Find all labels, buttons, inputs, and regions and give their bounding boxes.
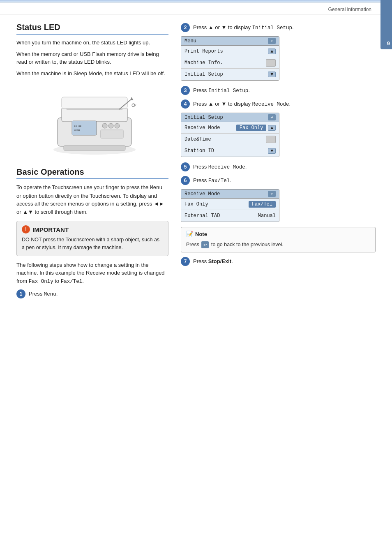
- lcd-receive-mode: Receive Mode ↩ Fax Only Fax/Tel External…: [181, 189, 279, 222]
- step-2-code: Initial Setup: [252, 25, 293, 31]
- lcd-label-machine-info: Machine Info.: [184, 60, 223, 66]
- step-6-code: Fax/Tel: [208, 178, 230, 184]
- important-label: IMPORTANT: [32, 226, 69, 233]
- lcd-btn-blank-2: [266, 136, 276, 143]
- svg-rect-4: [62, 97, 127, 109]
- step-7-number: 7: [184, 259, 187, 264]
- lcd-receive-mode-header: Receive Mode ↩: [181, 190, 279, 199]
- page-header: General information: [0, 2, 392, 14]
- svg-text:⟳: ⟳: [131, 102, 136, 109]
- step-2-text: Press ▲ or ▼ to display Initial Setup.: [193, 23, 294, 32]
- lcd-menu-title: Menu: [184, 38, 196, 44]
- printer-illustration: ⟳ 88 88 MENU: [21, 85, 168, 160]
- page-tab: 9: [380, 0, 392, 49]
- lcd-back-btn-2[interactable]: ↩: [268, 114, 276, 120]
- step-1-circle: 1: [16, 289, 25, 298]
- step-4-text: Press ▲ or ▼ to display Receive Mode.: [193, 99, 291, 109]
- printer-svg: ⟳ 88 88 MENU: [37, 85, 152, 159]
- step-6-text: Press Fax/Tel.: [193, 176, 231, 185]
- note-label: Note: [195, 231, 207, 237]
- step-3: 3 Press Initial Setup.: [181, 86, 376, 95]
- step-5: 5 Press Receive Mode.: [181, 162, 376, 171]
- lcd-row-datetime: Date&Time: [181, 134, 279, 145]
- svg-text:88 88: 88 88: [74, 125, 81, 128]
- lcd-label-initial-setup: Initial Setup: [184, 72, 223, 77]
- status-led-para-3: When the machine is in Sleep Mode, the s…: [16, 69, 168, 78]
- step-3-code: Initial Setup: [208, 88, 249, 94]
- important-icon: !: [22, 225, 30, 234]
- lcd-row-ext-manual: External TAD Manual: [181, 210, 279, 222]
- lcd-receive-mode-title: Receive Mode: [184, 191, 220, 197]
- menu-inline: Menu: [150, 185, 162, 191]
- lcd-btn-up-2[interactable]: ▲: [268, 125, 276, 131]
- page-number: 9: [387, 40, 390, 46]
- step-4-number: 4: [184, 101, 187, 107]
- lcd-back-btn-3[interactable]: ↩: [268, 191, 276, 197]
- important-title: ! IMPORTANT: [22, 225, 163, 234]
- fax-tel-inline: Fax/Tel: [61, 279, 83, 284]
- lcd-row-receive-mode: Receive Mode Fax Only ▲: [181, 122, 279, 134]
- step-3-number: 3: [184, 88, 187, 93]
- svg-rect-9: [101, 130, 123, 138]
- step-6-circle: 6: [181, 176, 190, 185]
- basic-operations-section: Basic Operations To operate the Touchscr…: [16, 167, 168, 286]
- step-4: 4 Press ▲ or ▼ to display Receive Mode.: [181, 99, 376, 109]
- lcd-label-manual: Manual: [258, 213, 276, 219]
- basic-operations-para: To operate the Touchscreen use your fing…: [16, 183, 168, 216]
- step-2-number: 2: [184, 25, 187, 30]
- lcd-row-fax-options: Fax Only Fax/Tel: [181, 199, 279, 210]
- svg-point-6: [102, 123, 107, 128]
- lcd-btn-up-1[interactable]: ▲: [268, 49, 276, 54]
- step-2: 2 Press ▲ or ▼ to display Initial Setup.: [181, 23, 376, 32]
- lcd-initial-setup-title: Initial Setup: [184, 115, 223, 120]
- step-5-text: Press Receive Mode.: [193, 162, 247, 171]
- important-box: ! IMPORTANT DO NOT press the Touchscreen…: [16, 221, 168, 256]
- lcd-btn-blank-1: [266, 59, 276, 67]
- header-section: General information: [328, 7, 371, 12]
- lcd-btn-down-1[interactable]: ▼: [268, 72, 276, 77]
- lcd-initial-setup: Initial Setup ↩ Receive Mode Fax Only ▲ …: [181, 113, 279, 157]
- svg-text:MENU: MENU: [74, 129, 80, 132]
- lcd-btn-down-2[interactable]: ▼: [268, 148, 276, 154]
- svg-point-7: [108, 123, 113, 128]
- lcd-back-btn-1[interactable]: ↩: [268, 38, 276, 44]
- step-1-text: Press Menu.: [29, 289, 58, 298]
- lcd-row-print-reports: Print Reports ▲: [181, 46, 279, 57]
- main-content: Status LED When you turn the machine on,…: [0, 14, 392, 311]
- step-4-code: Receive Mode: [252, 102, 289, 107]
- lcd-label-print-reports: Print Reports: [184, 49, 223, 54]
- back-icon: ↩: [201, 241, 209, 248]
- step-7-circle: 7: [181, 257, 190, 266]
- step-5-code: Receive Mode: [208, 164, 245, 170]
- svg-marker-12: [130, 97, 134, 100]
- right-column: 2 Press ▲ or ▼ to display Initial Setup.…: [181, 23, 376, 303]
- lcd-row-station-id: Station ID ▼: [181, 145, 279, 157]
- left-column: Status LED When you turn the machine on,…: [16, 23, 168, 303]
- status-led-section: Status LED When you turn the machine on,…: [16, 23, 168, 77]
- lcd-value-fax-tel: Fax/Tel: [249, 201, 276, 208]
- status-led-para-1: When you turn the machine on, the status…: [16, 39, 168, 47]
- fax-only-inline: Fax Only: [29, 279, 53, 284]
- note-icon: 📝: [186, 231, 193, 237]
- step-3-circle: 3: [181, 86, 190, 95]
- step-4-circle: 4: [181, 99, 190, 109]
- step-3-text: Press Initial Setup.: [193, 86, 250, 95]
- step-1-number: 1: [20, 291, 23, 297]
- following-para: The following steps show how to change a…: [16, 261, 168, 286]
- svg-rect-5: [72, 121, 97, 135]
- lcd-label-datetime: Date&Time: [184, 136, 211, 142]
- step-5-circle: 5: [181, 162, 190, 171]
- step-7-bold: Stop/Exit: [208, 258, 231, 264]
- lcd-label-station-id: Station ID: [184, 148, 214, 154]
- note-box: 📝 Note Press ↩ to go back to the previou…: [181, 227, 376, 252]
- note-title: 📝 Note: [186, 231, 370, 239]
- basic-operations-title: Basic Operations: [16, 167, 168, 179]
- lcd-menu: Menu ↩ Print Reports ▲ Machine Info. Ini…: [181, 36, 279, 81]
- svg-rect-10: [64, 146, 125, 150]
- lcd-menu-header: Menu ↩: [181, 37, 279, 46]
- step-7-text: Press Stop/Exit.: [193, 257, 233, 266]
- lcd-row-initial-setup: Initial Setup ▼: [181, 69, 279, 80]
- step-6-number: 6: [184, 178, 187, 183]
- step-2-circle: 2: [181, 23, 190, 32]
- step-1: 1 Press Menu.: [16, 289, 168, 298]
